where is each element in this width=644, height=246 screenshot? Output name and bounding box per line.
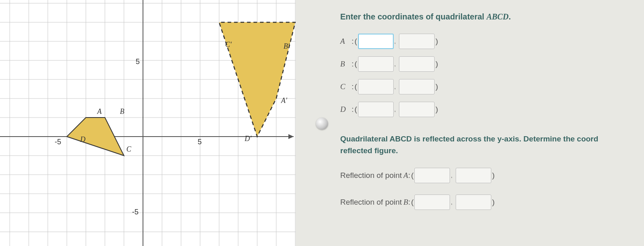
prompt-math: ABCD [486,12,508,21]
vertex-D-prime: D' [245,135,252,143]
paren-close: ) [435,37,438,46]
label-C: C [340,82,352,91]
sp4: reflected figure. [340,146,398,155]
colon: : [408,171,410,180]
coord-row-C: C: ( , ) [340,79,636,94]
paren-close: ) [435,105,438,114]
input-A-y[interactable] [399,34,435,49]
paren-open: ( [354,60,357,68]
reflection-prompt: Quadrilateral ABCD is reflected across t… [340,133,636,156]
vertex-B: B [120,107,124,116]
input-reflB-y[interactable] [456,195,491,210]
paren-close: ) [492,198,495,207]
comma: , [395,107,396,113]
comma: , [451,173,452,179]
coordinate-grid: -5 5 -5 5 A B C D A' B' C' D' [0,0,296,246]
vertex-A: A [97,107,102,116]
coord-row-A: A: ( , ) [340,34,636,49]
input-B-y[interactable] [399,56,435,72]
paren-open: ( [411,198,414,207]
input-C-y[interactable] [399,79,435,94]
comma: , [451,199,452,205]
input-reflA-x[interactable] [414,168,450,183]
prompt-pre: Enter the coordinates of quadrilateral [340,12,486,21]
paren-close: ) [435,82,438,91]
refl-label-A: Reflection of point [340,171,402,180]
input-B-x[interactable] [358,56,394,72]
paren-open: ( [354,37,357,46]
vertex-C-prime: C' [225,41,232,49]
colon: : [352,105,354,114]
colon: : [352,82,354,91]
paren-close: ) [435,60,438,68]
sp-math: ABCD [390,135,412,143]
refl-pt-A: A [403,171,408,180]
paren-open: ( [354,82,357,91]
sp3: -axis. Determine the coord [501,135,598,143]
paren-open: ( [411,171,414,180]
coord-row-D: D: ( , ) [340,102,636,117]
input-D-y[interactable] [399,102,435,117]
vertex-B-prime: B' [284,42,290,51]
reflection-row-A: Reflection of point A: ( , ) [340,168,636,183]
paren-open: ( [354,105,357,114]
input-A-x[interactable] [358,34,394,49]
sp1: Quadrilateral [340,135,390,143]
sp2: is reflected across the [412,135,497,143]
coord-row-B: B: ( , ) [340,56,636,72]
input-reflA-y[interactable] [456,168,491,183]
sp-y: y [497,135,502,143]
prompt-text: Enter the coordinates of quadrilateral A… [340,12,636,21]
label-A: A [340,37,352,46]
input-D-x[interactable] [358,102,394,117]
label-D: D [340,105,352,114]
label-B: B [340,60,352,68]
x-tick-neg5: -5 [55,138,61,146]
x-tick-pos5: 5 [198,138,202,146]
colon: : [352,37,354,46]
vertex-A-prime: A' [281,96,287,105]
input-C-x[interactable] [358,79,394,94]
y-tick-pos5: 5 [136,58,140,66]
refl-label-B: Reflection of point [340,198,402,207]
colon: : [408,198,410,207]
grid-svg [0,0,296,246]
paren-close: ) [492,171,495,180]
y-tick-neg5: -5 [132,208,139,216]
comma: , [395,61,396,67]
vertex-C: C [126,145,131,154]
colon: : [352,60,354,68]
comma: , [395,39,396,45]
svg-marker-29 [288,134,294,139]
vertex-D: D [80,135,85,144]
refl-pt-B: B [403,198,408,207]
input-reflB-x[interactable] [414,195,450,210]
bullet-icon [316,118,328,130]
prompt-end: . [509,12,511,21]
question-panel: Enter the coordinates of quadrilateral A… [296,0,644,246]
comma: , [395,84,396,90]
reflection-row-B: Reflection of point B: ( , ) [340,195,636,210]
